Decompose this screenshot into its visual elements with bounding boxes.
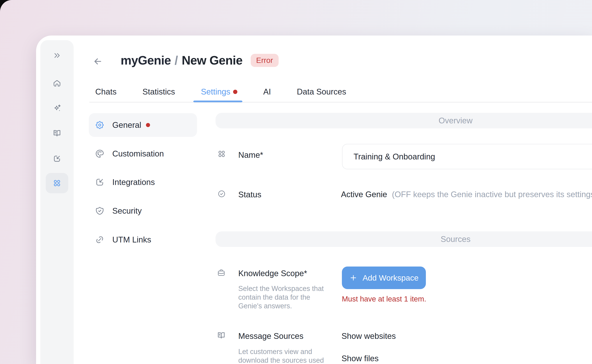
name-input-value: Training & Onboarding xyxy=(353,152,435,161)
section-header-sources: Sources xyxy=(215,231,592,247)
plus-icon xyxy=(349,274,358,282)
settings-nav-item-utm-links[interactable]: UTM Links xyxy=(112,235,151,245)
knowledge-scope-label: Knowledge Scope* xyxy=(238,268,307,278)
status-field-label: Status xyxy=(238,190,261,200)
app-window xyxy=(36,36,592,364)
tab-data-sources[interactable]: Data Sources xyxy=(297,87,346,97)
settings-nav-item-customisation[interactable]: Customisation xyxy=(112,149,164,159)
name-input[interactable]: Training & Onboarding xyxy=(342,144,592,169)
back-arrow-icon[interactable] xyxy=(92,56,103,67)
gear-icon xyxy=(95,120,104,130)
add-workspace-button[interactable]: Add Workspace xyxy=(342,266,426,289)
import-icon[interactable] xyxy=(53,155,61,163)
book-open-icon[interactable] xyxy=(53,129,61,137)
tab-chats[interactable]: Chats xyxy=(95,87,117,97)
message-sources-label: Message Sources xyxy=(238,331,303,341)
tab-ai[interactable]: AI xyxy=(263,87,271,97)
tab-bar: Chats Statistics Settings AI Data Source… xyxy=(95,87,346,97)
name-field-label: Name* xyxy=(238,150,263,160)
alert-dot xyxy=(146,123,150,127)
show-websites-option: Show websites xyxy=(342,331,396,341)
title-separator: / xyxy=(175,53,178,67)
home-icon[interactable] xyxy=(53,79,61,87)
settings-nav-active-background xyxy=(89,113,197,137)
status-value: Active Genie xyxy=(341,190,387,199)
settings-nav-item-security[interactable]: Security xyxy=(112,206,142,216)
page-title: myGenie / New Genie Error xyxy=(121,53,279,67)
shield-check-icon xyxy=(95,206,104,216)
chevrons-right-icon[interactable] xyxy=(53,51,61,60)
status-value-row: Active Genie (OFF keeps the Genie inacti… xyxy=(341,190,592,199)
link-icon xyxy=(95,235,104,245)
tab-statistics[interactable]: Statistics xyxy=(143,87,175,97)
screenshot-root: myGenie / New Genie Error Chats Statisti… xyxy=(0,0,592,364)
settings-nav-item-general[interactable]: General xyxy=(112,120,141,130)
status-hint: (OFF keeps the Genie inactive but preser… xyxy=(392,190,592,199)
title-genie-name: myGenie xyxy=(121,53,171,67)
tabs-divider xyxy=(89,102,592,103)
sparkles-icon[interactable] xyxy=(53,104,61,112)
settings-nav-item-integrations[interactable]: Integrations xyxy=(112,177,155,187)
alert-dot xyxy=(233,90,237,94)
title-page-name: New Genie xyxy=(182,53,242,67)
tab-settings[interactable]: Settings xyxy=(201,87,237,97)
icon-sidebar xyxy=(40,40,74,364)
status-badge: Error xyxy=(251,54,279,67)
validation-error-text: Must have at least 1 item. xyxy=(342,295,426,303)
palette-icon xyxy=(95,149,104,158)
book-open-icon xyxy=(217,331,226,340)
section-header-overview: Overview xyxy=(215,113,592,128)
show-files-option: Show files xyxy=(342,353,379,364)
apps-icon[interactable] xyxy=(53,179,61,187)
add-workspace-button-label: Add Workspace xyxy=(363,273,419,282)
import-icon xyxy=(95,177,104,187)
apps-icon xyxy=(217,150,226,158)
briefcase-icon xyxy=(217,269,226,277)
check-circle-icon xyxy=(217,190,226,198)
knowledge-scope-description: Select the Workspaces that contain the d… xyxy=(238,284,334,310)
message-sources-description: Let customers view and download the sour… xyxy=(238,347,334,364)
